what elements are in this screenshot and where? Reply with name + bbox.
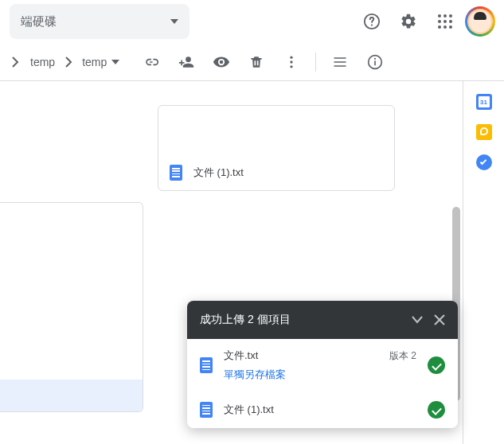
toolbar-divider xyxy=(315,53,316,72)
svg-point-16 xyxy=(374,57,376,59)
chevron-down-icon[interactable] xyxy=(412,316,423,324)
svg-rect-15 xyxy=(374,60,376,65)
file-card-partial-footer xyxy=(0,380,143,411)
keep-app-icon[interactable] xyxy=(476,124,492,140)
file-card-partial[interactable] xyxy=(0,202,143,412)
breadcrumb-current-label: temp xyxy=(82,56,107,68)
success-check-icon xyxy=(428,356,445,374)
upload-item: 文件 (1).txt xyxy=(187,391,458,428)
gear-icon xyxy=(400,13,417,30)
svg-point-10 xyxy=(449,25,452,29)
svg-point-5 xyxy=(438,20,441,23)
svg-point-4 xyxy=(449,14,452,18)
more-vert-icon xyxy=(283,54,299,70)
svg-point-6 xyxy=(443,20,447,23)
account-avatar[interactable] xyxy=(466,7,494,36)
more-actions-button[interactable] xyxy=(275,46,307,78)
link-icon xyxy=(143,54,159,70)
chevron-right-icon xyxy=(64,56,72,68)
help-icon xyxy=(363,13,381,30)
svg-point-13 xyxy=(291,65,293,68)
svg-point-8 xyxy=(438,25,441,29)
tasks-app-icon[interactable] xyxy=(476,154,492,170)
avatar-face xyxy=(469,10,491,33)
breadcrumb-current[interactable]: temp xyxy=(77,53,124,72)
docs-file-icon xyxy=(170,165,182,181)
dropdown-triangle-icon xyxy=(170,19,178,24)
file-card-footer: 文件 (1).txt xyxy=(158,155,394,190)
upload-item-version: 版本 2 xyxy=(389,349,416,363)
svg-point-1 xyxy=(371,24,373,25)
side-panel: 31 xyxy=(463,81,504,444)
calendar-app-icon[interactable]: 31 xyxy=(476,94,492,110)
toolbar-actions xyxy=(135,46,391,78)
success-check-icon xyxy=(428,401,445,419)
search-text: 端硬碟 xyxy=(21,14,57,29)
list-icon xyxy=(332,54,348,70)
svg-point-12 xyxy=(291,60,293,63)
upload-panel-header: 成功上傳 2 個項目 xyxy=(187,301,458,339)
list-view-button[interactable] xyxy=(324,46,356,78)
upload-panel-title: 成功上傳 2 個項目 xyxy=(200,313,291,327)
info-icon xyxy=(367,54,383,70)
settings-button[interactable] xyxy=(393,6,424,37)
get-link-button[interactable] xyxy=(135,46,167,78)
chevron-right-icon xyxy=(11,56,19,68)
svg-point-2 xyxy=(438,14,441,18)
upload-item-name: 文件.txt xyxy=(224,349,258,363)
upload-item-name: 文件 (1).txt xyxy=(224,403,416,417)
upload-item: 文件.txt 版本 2 單獨另存檔案 xyxy=(187,339,458,391)
svg-point-9 xyxy=(443,25,447,29)
help-button[interactable] xyxy=(356,6,388,37)
breadcrumb-item[interactable]: temp xyxy=(25,53,60,72)
person-add-icon xyxy=(178,54,194,70)
file-name-label: 文件 (1).txt xyxy=(193,166,244,180)
app-header: 端硬碟 xyxy=(0,0,504,43)
dropdown-triangle-icon xyxy=(111,60,119,64)
waffle-icon xyxy=(438,14,452,29)
svg-point-11 xyxy=(291,56,293,58)
save-separately-link[interactable]: 單獨另存檔案 xyxy=(224,368,416,382)
details-button[interactable] xyxy=(359,46,391,78)
toolbar: temp temp xyxy=(0,43,504,81)
file-card[interactable]: 文件 (1).txt xyxy=(158,105,395,191)
delete-button[interactable] xyxy=(240,46,272,78)
svg-point-3 xyxy=(443,14,447,18)
close-icon[interactable] xyxy=(434,314,445,325)
eye-icon xyxy=(213,53,230,71)
trash-icon xyxy=(248,54,264,70)
breadcrumb-root[interactable] xyxy=(6,53,24,71)
upload-panel: 成功上傳 2 個項目 文件.txt 版本 2 單獨另存檔案 文件 (1).txt xyxy=(187,301,458,428)
breadcrumb-separator xyxy=(61,56,76,68)
docs-file-icon xyxy=(200,402,213,418)
docs-file-icon xyxy=(200,357,213,373)
svg-point-7 xyxy=(449,20,452,23)
search-input[interactable]: 端硬碟 xyxy=(10,4,189,39)
share-button[interactable] xyxy=(170,46,202,78)
preview-button[interactable] xyxy=(205,46,237,78)
apps-button[interactable] xyxy=(429,6,461,37)
